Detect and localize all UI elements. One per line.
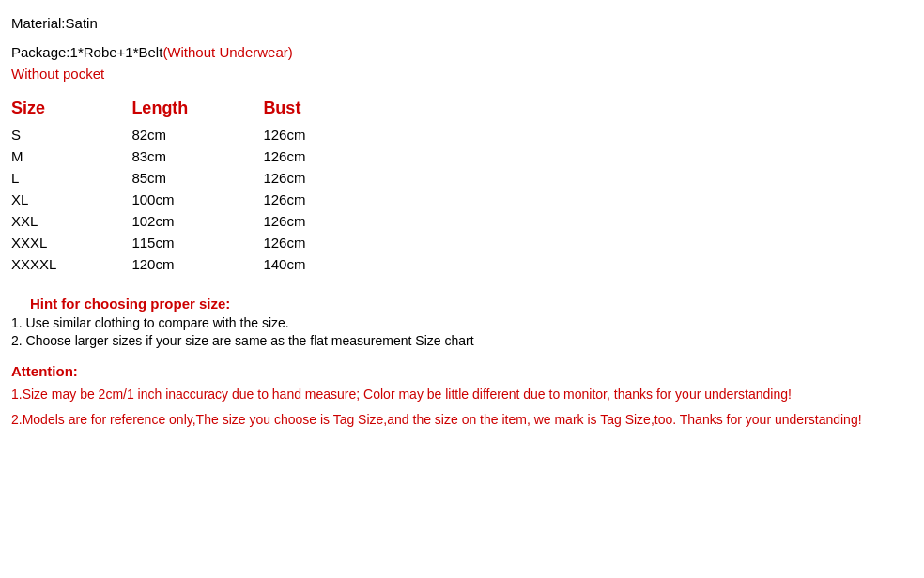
cell-size: M	[11, 145, 131, 167]
table-row: S82cm126cm	[11, 124, 380, 145]
table-row: XXXL115cm126cm	[11, 232, 380, 253]
header-length: Length	[131, 99, 263, 124]
cell-size: XXL	[11, 210, 131, 232]
header-size: Size	[11, 99, 131, 124]
cell-bust: 126cm	[263, 167, 380, 189]
table-header-row: Size Length Bust	[11, 99, 380, 124]
table-row: XXXXL120cm140cm	[11, 253, 380, 275]
hint-section: Hint for choosing proper size: 1. Use si…	[11, 296, 909, 348]
cell-length: 102cm	[131, 210, 263, 232]
cell-length: 85cm	[131, 167, 263, 189]
header-bust: Bust	[263, 99, 380, 124]
cell-size: S	[11, 124, 131, 145]
cell-bust: 126cm	[263, 210, 380, 232]
cell-size: XXXL	[11, 232, 131, 253]
cell-bust: 126cm	[263, 189, 380, 210]
attention-item-2: 2.Models are for reference only,The size…	[11, 410, 909, 430]
cell-size: L	[11, 167, 131, 189]
table-row: L85cm126cm	[11, 167, 380, 189]
package-value: 1*Robe+1*Belt	[70, 44, 163, 60]
without-pocket: Without pocket	[11, 66, 909, 82]
cell-length: 83cm	[131, 145, 263, 167]
table-row: M83cm126cm	[11, 145, 380, 167]
material-line: Material:Satin	[11, 15, 909, 31]
cell-size: XL	[11, 189, 131, 210]
cell-length: 82cm	[131, 124, 263, 145]
cell-bust: 126cm	[263, 124, 380, 145]
hint-title: Hint for choosing proper size:	[30, 296, 909, 312]
table-row: XL100cm126cm	[11, 189, 380, 210]
attention-title: Attention:	[11, 363, 909, 379]
cell-bust: 126cm	[263, 232, 380, 253]
material-label: Material:	[11, 15, 66, 31]
attention-item-1: 1.Size may be 2cm/1 inch inaccuracy due …	[11, 385, 909, 404]
package-line: Package:1*Robe+1*Belt(Without Underwear)	[11, 44, 909, 60]
package-note: (Without Underwear)	[162, 44, 292, 60]
cell-length: 115cm	[131, 232, 263, 253]
cell-length: 100cm	[131, 189, 263, 210]
package-label: Package:	[11, 44, 70, 60]
cell-bust: 140cm	[263, 253, 380, 275]
cell-size: XXXXL	[11, 253, 131, 275]
hint-item-2: 2. Choose larger sizes if your size are …	[11, 333, 909, 348]
cell-length: 120cm	[131, 253, 263, 275]
attention-section: Attention: 1.Size may be 2cm/1 inch inac…	[11, 363, 909, 430]
hint-item-1: 1. Use similar clothing to compare with …	[11, 315, 909, 330]
material-value: Satin	[66, 15, 98, 31]
table-row: XXL102cm126cm	[11, 210, 380, 232]
size-table: Size Length Bust S82cm126cmM83cm126cmL85…	[11, 99, 380, 275]
cell-bust: 126cm	[263, 145, 380, 167]
